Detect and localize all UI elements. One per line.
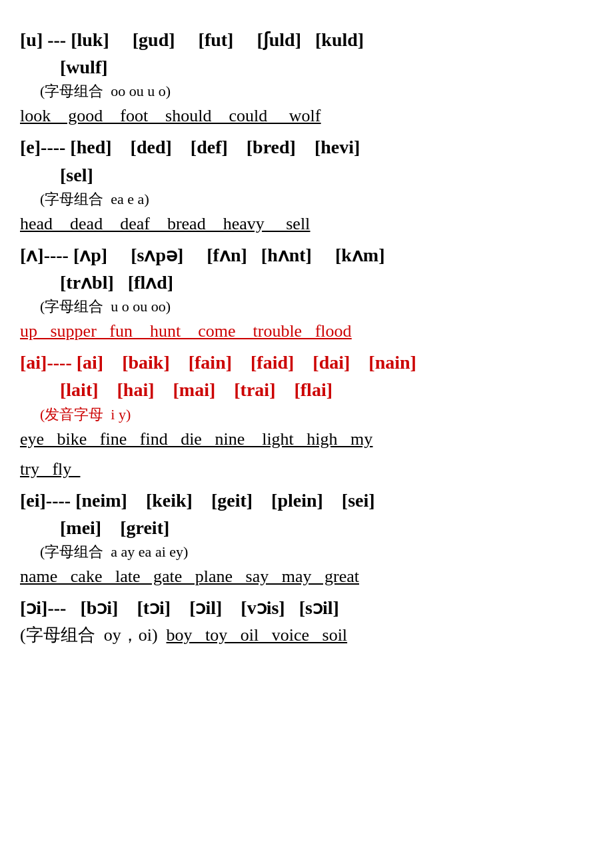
words-oi: boy toy oil voice soil (167, 622, 348, 648)
note-oi: (字母组合 oy，oi) (20, 622, 167, 648)
words-caret: up supper fun hunt come trouble flood (20, 318, 593, 344)
phonetic-header-caret: [ʌ]---- [ʌp] [sʌpə] [fʌn] [hʌnt] [kʌm] (20, 242, 593, 268)
note-e: (字母组合 ea e a) (20, 189, 593, 209)
note-ei: (字母组合 a ay ea ai ey) (20, 542, 593, 562)
section-u: [u] --- [luk] [gud] [fut] [ʃuld] [kuld] … (20, 27, 593, 129)
section-e: [e]---- [hed] [ded] [def] [bred] [hevi] … (20, 134, 593, 236)
phonetic-header-u2: [wulf] (20, 54, 593, 80)
section-caret: [ʌ]---- [ʌp] [sʌpə] [fʌn] [hʌnt] [kʌm] [… (20, 242, 593, 344)
phonetic-header-e2: [sel] (20, 162, 593, 188)
section-ei: [ei]---- [neim] [keik] [geit] [plein] [s… (20, 487, 593, 589)
section-oi: [ɔi]--- [bɔi] [tɔi] [ɔil] [vɔis] [sɔil] … (20, 595, 593, 648)
words-e: head dead deaf bread heavy sell (20, 211, 593, 237)
phonetic-header-ei: [ei]---- [neim] [keik] [geit] [plein] [s… (20, 487, 593, 513)
phonetic-header-ai: [ai]---- [ai] [baik] [fain] [faid] [dai]… (20, 349, 593, 375)
note-ai: (发音字母 i y) (20, 405, 593, 425)
phonetic-header-u: [u] --- [luk] [gud] [fut] [ʃuld] [kuld] (20, 27, 593, 53)
section-ai: [ai]---- [ai] [baik] [fain] [faid] [dai]… (20, 349, 593, 481)
words-oi-line: (字母组合 oy，oi) boy toy oil voice soil (20, 622, 593, 648)
page-content: [u] --- [luk] [gud] [fut] [ʃuld] [kuld] … (20, 27, 593, 648)
phonetic-header-ei2: [mei] [greit] (20, 515, 593, 541)
words-ei: name cake late gate plane say may great (20, 563, 593, 589)
phonetic-header-caret2: [trʌbl] [flʌd] (20, 269, 593, 295)
words-ai2: try fly (20, 456, 593, 482)
phonetic-header-e: [e]---- [hed] [ded] [def] [bred] [hevi] (20, 134, 593, 160)
phonetic-header-oi: [ɔi]--- [bɔi] [tɔi] [ɔil] [vɔis] [sɔil] (20, 595, 593, 621)
words-ai: eye bike fine find die nine light high m… (20, 426, 593, 452)
note-u: (字母组合 oo ou u o) (20, 81, 593, 101)
words-u: look good foot should could wolf (20, 103, 593, 129)
phonetic-header-ai2: [lait] [hai] [mai] [trai] [flai] (20, 377, 593, 403)
note-caret: (字母组合 u o ou oo) (20, 297, 593, 317)
